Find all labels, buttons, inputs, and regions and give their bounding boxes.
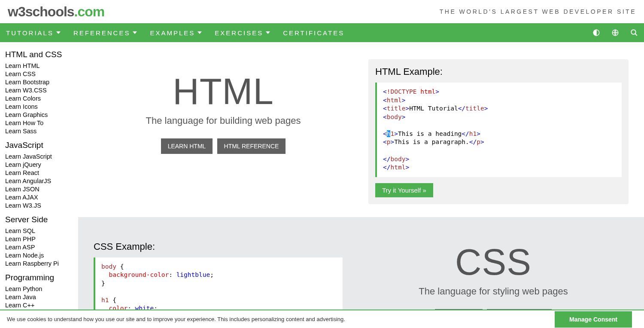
sidebar-link[interactable]: Learn jQuery xyxy=(5,161,72,169)
css-example-heading: CSS Example: xyxy=(94,241,343,252)
sidebar-link[interactable]: Learn Sass xyxy=(5,127,72,135)
manage-consent-button[interactable]: Manage Consent xyxy=(555,311,632,328)
sidebar-link[interactable]: Learn Graphics xyxy=(5,111,72,119)
logo-text: w3schools xyxy=(8,4,74,19)
sidebar-link[interactable]: Learn AngularJS xyxy=(5,177,72,185)
caret-icon xyxy=(266,31,270,34)
cookie-text: We use cookies to understand how you use… xyxy=(7,316,345,322)
nav-exercises[interactable]: EXERCISES xyxy=(215,29,270,37)
sidebar-link[interactable]: Learn SQL xyxy=(5,227,72,235)
html-title: HTML xyxy=(78,71,368,113)
sidebar-group-title: JavaScript xyxy=(5,141,72,150)
svg-line-3 xyxy=(635,34,637,36)
sidebar-link[interactable]: Learn Colors xyxy=(5,95,72,103)
tagline: THE WORLD'S LARGEST WEB DEVELOPER SITE xyxy=(440,8,636,15)
section-html: HTML The language for building web pages… xyxy=(78,42,644,217)
try-yourself-button[interactable]: Try it Yourself » xyxy=(375,183,433,197)
sidebar-link[interactable]: Learn Node.js xyxy=(5,251,72,260)
main-content: HTML The language for building web pages… xyxy=(78,42,644,328)
caret-icon xyxy=(56,31,61,34)
nav-label: EXAMPLES xyxy=(150,29,195,37)
sidebar: HTML and CSSLearn HTMLLearn CSSLearn Boo… xyxy=(0,42,78,328)
css-code-box: body { background-color: lightblue; } h1… xyxy=(94,257,343,318)
sidebar-link[interactable]: Learn CSS xyxy=(5,70,72,78)
html-reference-button[interactable]: HTML REFERENCE xyxy=(217,138,286,154)
nav-label: TUTORIALS xyxy=(6,29,54,37)
sidebar-group-title: Server Side xyxy=(5,215,72,224)
nav-label: REFERENCES xyxy=(73,29,131,37)
sidebar-link[interactable]: Learn Icons xyxy=(5,103,72,111)
sidebar-link[interactable]: Learn Python xyxy=(5,285,72,293)
learn-html-button[interactable]: LEARN HTML xyxy=(161,138,213,154)
css-subtitle: The language for styling web pages xyxy=(343,286,644,297)
sidebar-link[interactable]: Learn How To xyxy=(5,119,72,127)
sidebar-link[interactable]: Learn PHP xyxy=(5,235,72,243)
html-example-panel: HTML Example: <!DOCTYPE html> <html> <ti… xyxy=(368,59,629,204)
search-icon[interactable] xyxy=(630,29,638,37)
logo[interactable]: w3schools.com xyxy=(8,4,104,20)
theme-toggle-icon[interactable] xyxy=(592,29,600,37)
sidebar-link[interactable]: Learn JavaScript xyxy=(5,153,72,161)
sidebar-link[interactable]: Learn W3.JS xyxy=(5,202,72,210)
css-title: CSS xyxy=(343,241,644,283)
topnav-left: TUTORIALS REFERENCES EXAMPLES EXERCISES … xyxy=(6,29,344,37)
sidebar-link[interactable]: Learn C++ xyxy=(5,301,72,310)
nav-label: EXERCISES xyxy=(215,29,263,37)
sidebar-link[interactable]: Learn ASP xyxy=(5,243,72,251)
sidebar-link[interactable]: Learn HTML xyxy=(5,62,72,70)
nav-label: CERTIFICATES xyxy=(283,29,344,37)
sidebar-link[interactable]: Learn Java xyxy=(5,293,72,301)
sidebar-group-title: HTML and CSS xyxy=(5,50,72,59)
topnav-right xyxy=(592,29,638,37)
html-example-heading: HTML Example: xyxy=(375,66,622,77)
topnav: TUTORIALS REFERENCES EXAMPLES EXERCISES … xyxy=(0,23,644,42)
sidebar-link[interactable]: Learn Bootstrap xyxy=(5,78,72,86)
sidebar-link[interactable]: Learn AJAX xyxy=(5,193,72,202)
html-intro: HTML The language for building web pages… xyxy=(78,42,368,217)
svg-point-2 xyxy=(631,30,636,34)
cookie-bar: We use cookies to understand how you use… xyxy=(0,310,644,328)
sidebar-link[interactable]: Learn JSON xyxy=(5,185,72,193)
nav-tutorials[interactable]: TUTORIALS xyxy=(6,29,61,37)
nav-examples[interactable]: EXAMPLES xyxy=(150,29,202,37)
nav-references[interactable]: REFERENCES xyxy=(73,29,137,37)
sidebar-link[interactable]: Learn W3.CSS xyxy=(5,86,72,95)
caret-icon xyxy=(133,31,137,34)
globe-icon[interactable] xyxy=(611,29,619,37)
nav-certificates[interactable]: CERTIFICATES xyxy=(283,29,344,37)
html-subtitle: The language for building web pages xyxy=(78,115,368,126)
header: w3schools.com THE WORLD'S LARGEST WEB DE… xyxy=(0,0,644,23)
caret-icon xyxy=(197,31,202,34)
logo-dotcom: .com xyxy=(74,4,105,19)
sidebar-link[interactable]: Learn Raspberry Pi xyxy=(5,260,72,268)
html-code-box: <!DOCTYPE html> <html> <title>HTML Tutor… xyxy=(375,83,622,177)
sidebar-link[interactable]: Learn React xyxy=(5,169,72,177)
sidebar-group-title: Programming xyxy=(5,273,72,282)
